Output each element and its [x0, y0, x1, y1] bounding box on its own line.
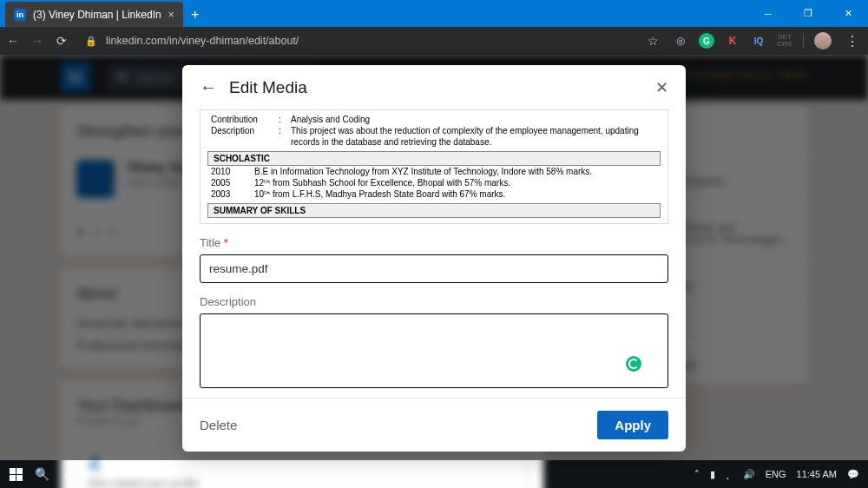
resume-row: Contribution:Analysis and Coding	[207, 114, 661, 125]
apply-button[interactable]: Apply	[597, 411, 668, 439]
browser-menu-icon[interactable]: ⋮	[842, 33, 863, 49]
edit-media-modal: ← Edit Media ✕ Contribution:Analysis and…	[182, 65, 686, 452]
dashboard-count-label: Who viewed your profile	[88, 478, 516, 488]
grammarly-icon[interactable]	[626, 356, 641, 372]
modal-title: Edit Media	[229, 78, 307, 97]
toolbar-separator	[803, 33, 804, 49]
delete-button[interactable]: Delete	[200, 418, 237, 432]
address-bar[interactable]: 🔒 linkedin.com/in/viney-dhiman/edit/abou…	[78, 35, 636, 47]
resume-preview: Contribution:Analysis and CodingDescript…	[200, 109, 668, 224]
window-minimize-button[interactable]: ─	[748, 0, 788, 27]
scholastic-row: 200310ᵗʰ from L.F.H.S, Madhya Pradesh St…	[207, 188, 661, 200]
url-text: linkedin.com/in/viney-dhiman/edit/about/	[106, 35, 299, 47]
window-controls: ─ ❐ ✕	[748, 0, 868, 27]
nav-back-icon[interactable]: ←	[5, 34, 21, 48]
resume-row: Description:This project was about the r…	[207, 125, 661, 148]
new-tab-button[interactable]: +	[183, 3, 207, 27]
lock-icon: 🔒	[85, 36, 97, 47]
scholastic-row: 2010B.E in Information Technology from X…	[207, 166, 661, 177]
profile-avatar-icon[interactable]	[814, 32, 832, 49]
tab-title: (3) Viney Dhiman | LinkedIn	[33, 9, 161, 21]
tab-close-icon[interactable]: ×	[168, 9, 174, 21]
k-extension-icon[interactable]: K	[725, 33, 740, 49]
extension-icons: ◎ G K IQ SET CRX ⋮	[673, 32, 863, 49]
skills-header: SUMMARY OF SKILLS	[207, 203, 661, 218]
camera-extension-icon[interactable]: ◎	[673, 33, 688, 49]
modal-body: Contribution:Analysis and CodingDescript…	[182, 109, 686, 398]
bookmark-star-icon[interactable]: ☆	[645, 34, 661, 48]
browser-toolbar: ← → ⟳ 🔒 linkedin.com/in/viney-dhiman/edi…	[0, 27, 868, 55]
grammarly-extension-icon[interactable]: G	[699, 33, 714, 49]
window-maximize-button[interactable]: ❐	[788, 0, 828, 27]
nav-forward-icon[interactable]: →	[30, 34, 45, 48]
title-input[interactable]	[200, 254, 668, 283]
window-titlebar: in (3) Viney Dhiman | LinkedIn × + ─ ❐ ✕	[0, 0, 868, 27]
linkedin-favicon: in	[14, 9, 26, 21]
browser-tab-active[interactable]: in (3) Viney Dhiman | LinkedIn ×	[5, 2, 183, 27]
description-label: Description	[200, 295, 668, 308]
setcrx-extension-icon[interactable]: SET CRX	[777, 33, 792, 49]
scholastic-row: 200512ᵗʰ from Subhash School for Excelle…	[207, 177, 661, 188]
page-viewport: in 🔍 Search ⬢ ⬢ ⬢ ⬢ ⬢ ⬢ ⬢ Try Premium Fr…	[0, 55, 868, 460]
modal-close-icon[interactable]: ✕	[655, 78, 668, 97]
window-close-button[interactable]: ✕	[828, 0, 868, 27]
modal-overlay: ← Edit Media ✕ Contribution:Analysis and…	[0, 55, 868, 460]
iq-extension-icon[interactable]: IQ	[751, 33, 766, 49]
nav-reload-icon[interactable]: ⟳	[54, 34, 69, 48]
scholastic-header: SCHOLASTIC	[207, 151, 661, 166]
modal-back-icon[interactable]: ←	[200, 77, 217, 97]
title-label: Title *	[200, 236, 668, 249]
tab-strip: in (3) Viney Dhiman | LinkedIn × +	[0, 0, 207, 27]
description-textarea[interactable]	[200, 313, 668, 388]
